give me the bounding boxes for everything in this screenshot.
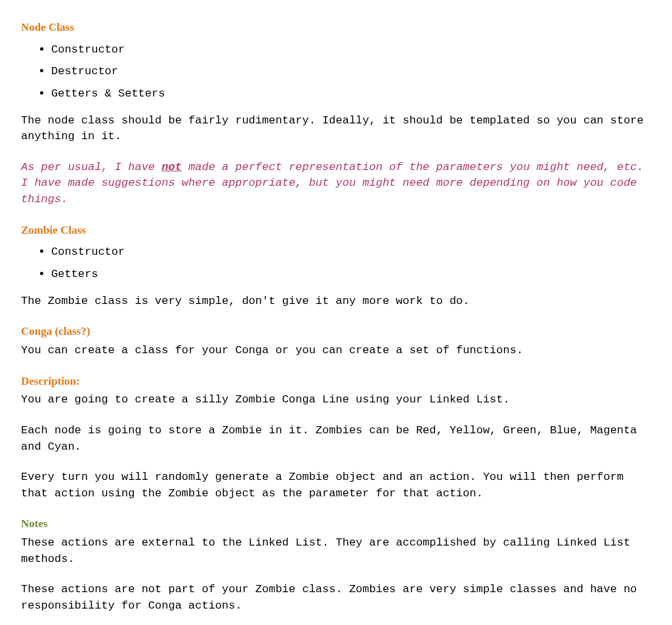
description-para1: You are going to create a silly Zombie C… (21, 392, 651, 408)
zombie-class-bullets: Constructor Getters (51, 241, 651, 285)
zombie-class-body: The Zombie class is very simple, don't g… (21, 293, 651, 310)
description-para3: Every turn you will randomly generate a … (21, 469, 651, 502)
description-para2: Each node is going to store a Zombie in … (21, 423, 651, 455)
list-item: Getters & Setters (51, 83, 651, 105)
node-class-bullets: Constructor Destructor Getters & Setters (51, 39, 651, 105)
list-item: Destructor (51, 60, 651, 83)
list-item: Constructor (51, 241, 651, 263)
note-prefix: As per usual, I have (21, 161, 161, 173)
node-class-body: The node class should be fairly rudiment… (21, 113, 651, 145)
heading-notes: Notes (21, 516, 651, 532)
conga-body: You can create a class for your Conga or… (21, 343, 651, 359)
heading-zombie-class: Zombie Class (21, 223, 651, 239)
parameters-note: As per usual, I have not made a perfect … (21, 160, 651, 208)
list-item: Constructor (51, 39, 651, 61)
heading-description: Description: (21, 374, 651, 390)
heading-conga: Conga (class?) (21, 324, 651, 340)
notes-para2: These actions are not part of your Zombi… (21, 582, 651, 614)
notes-para1: These actions are external to the Linked… (21, 535, 651, 567)
note-emph: not (161, 161, 182, 173)
list-item: Getters (51, 263, 651, 286)
heading-node-class: Node Class (21, 20, 651, 36)
